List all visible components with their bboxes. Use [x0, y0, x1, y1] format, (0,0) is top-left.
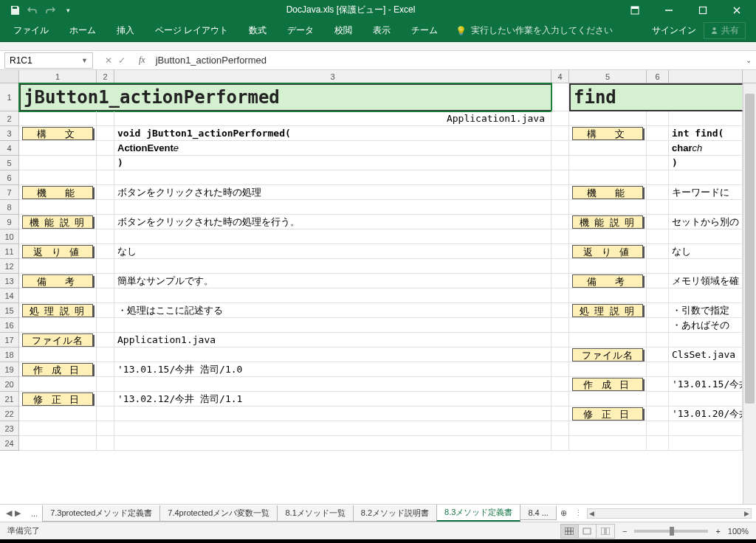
row-header[interactable]: 24	[0, 436, 18, 451]
note-text[interactable]: メモリ領域を確	[669, 274, 743, 288]
sheet-tab[interactable]: 8.1メソッド一覧	[277, 505, 353, 522]
updated-text[interactable]: '13.02.12/今井 浩司/1.1	[114, 392, 551, 407]
scrollbar-thumb[interactable]	[745, 94, 755, 404]
sheet-tab[interactable]: 7.3protectedメソッド定義書	[42, 505, 160, 522]
row-header[interactable]: 10	[0, 229, 18, 244]
sheet-tab-active[interactable]: 8.3メソッド定義書	[436, 505, 520, 522]
tab-page-layout[interactable]: ページ レイアウト	[145, 20, 238, 42]
row-header[interactable]: 7	[0, 185, 18, 200]
cell[interactable]	[647, 111, 669, 126]
row-header[interactable]: 21	[0, 392, 18, 407]
tab-data[interactable]: データ	[277, 20, 324, 42]
tab-splitter[interactable]: ⋮	[574, 508, 583, 518]
cell[interactable]	[551, 126, 569, 141]
cell[interactable]	[647, 126, 669, 141]
source-file-left[interactable]: Application1.java	[114, 111, 551, 126]
cell[interactable]	[551, 141, 569, 156]
row-header[interactable]: 19	[0, 362, 18, 377]
sign-in-link[interactable]: サインイン	[652, 24, 696, 37]
cell[interactable]	[647, 141, 669, 156]
created-text[interactable]: '13.01.15/今井	[669, 377, 743, 392]
zoom-out-button[interactable]: −	[622, 527, 627, 536]
col-header[interactable]: 3	[114, 70, 551, 83]
syntax-line[interactable]: ActionEvent e	[114, 141, 551, 156]
cell[interactable]	[551, 111, 569, 126]
fx-icon[interactable]: fx	[133, 55, 151, 66]
enter-icon[interactable]: ✓	[118, 55, 126, 66]
cell[interactable]	[669, 111, 743, 126]
col-header[interactable]: 4	[551, 70, 569, 83]
view-page-layout-icon[interactable]	[579, 525, 597, 538]
save-icon[interactable]	[9, 4, 21, 16]
syntax-line[interactable]: )	[669, 156, 743, 170]
chevron-down-icon[interactable]: ▼	[81, 57, 88, 64]
row-header[interactable]: 8	[0, 200, 18, 215]
col-header[interactable]: 5	[569, 70, 647, 83]
zoom-slider-thumb[interactable]	[670, 527, 674, 536]
created-text[interactable]: '13.01.15/今井 浩司/1.0	[114, 362, 551, 377]
col-header[interactable]	[669, 70, 743, 83]
function-text[interactable]: ボタンをクリックされた時の処理	[114, 185, 551, 200]
file-text[interactable]: ClsSet.java	[669, 347, 743, 362]
grid[interactable]: jButton1_actionPerformed find Applicatio…	[19, 83, 743, 504]
return-text[interactable]: なし	[669, 244, 743, 259]
cell[interactable]	[551, 156, 569, 170]
name-box[interactable]: R1C1 ▼	[4, 52, 93, 69]
qat-customize-icon[interactable]: ▾	[62, 4, 74, 16]
zoom-in-button[interactable]: +	[715, 527, 720, 536]
horizontal-scrollbar[interactable]: ◀ ▶	[587, 508, 752, 519]
cell[interactable]	[19, 141, 97, 156]
row-header[interactable]: 23	[0, 421, 18, 436]
row-header[interactable]: 15	[0, 303, 18, 318]
maximize-button[interactable]	[687, 0, 719, 20]
desc-text[interactable]: ボタンをクリックされた時の処理を行う。	[114, 215, 551, 229]
col-header[interactable]: 6	[647, 70, 669, 83]
method-title-left[interactable]: jButton1_actionPerformed	[19, 83, 551, 111]
desc-text[interactable]: セットから別の	[669, 215, 743, 229]
close-button[interactable]	[721, 0, 753, 20]
sheet-tab[interactable]: 8.2メソッド説明書	[353, 505, 437, 522]
syntax-line[interactable]: int find(	[669, 126, 743, 141]
ribbon-display-icon[interactable]	[619, 0, 651, 20]
worksheet[interactable]: 1 2 3 4 5 6 1 2 3 4 5 6 7 8 9 10 11 12 1…	[0, 70, 756, 504]
cell[interactable]	[19, 111, 97, 126]
tell-me-search[interactable]: 💡 実行したい作業を入力してください	[448, 24, 620, 37]
tab-review[interactable]: 校閲	[324, 20, 362, 42]
cell[interactable]	[569, 111, 647, 126]
cell[interactable]	[551, 83, 569, 111]
cell[interactable]	[647, 156, 669, 170]
select-all-button[interactable]	[0, 70, 19, 83]
col-header[interactable]: 2	[97, 70, 114, 83]
syntax-line[interactable]: void jButton1_actionPerformed(	[114, 126, 551, 141]
cell[interactable]	[569, 156, 647, 170]
row-header[interactable]: 5	[0, 156, 18, 170]
proc-text[interactable]: ・引数で指定	[669, 303, 743, 318]
vertical-scrollbar[interactable]	[743, 83, 756, 504]
file-text[interactable]: Application1.java	[114, 333, 551, 347]
row-header[interactable]: 22	[0, 407, 18, 421]
row-header[interactable]: 6	[0, 170, 18, 185]
syntax-line[interactable]: )	[114, 156, 551, 170]
tab-home[interactable]: ホーム	[59, 20, 106, 42]
row-header[interactable]: 18	[0, 347, 18, 362]
tab-insert[interactable]: 挿入	[106, 20, 145, 42]
minimize-button[interactable]	[653, 0, 685, 20]
tab-formulas[interactable]: 数式	[238, 20, 277, 42]
zoom-slider[interactable]	[634, 530, 708, 533]
sheet-tab[interactable]: 7.4protectedメンバ変数一覧	[159, 505, 278, 522]
tab-overflow-left[interactable]: ...	[27, 507, 42, 520]
cell[interactable]	[19, 156, 97, 170]
tab-nav-next-icon[interactable]: ▶	[15, 508, 21, 518]
row-header[interactable]: 1	[0, 83, 18, 111]
row-header[interactable]: 16	[0, 318, 18, 333]
share-button[interactable]: 共有	[704, 22, 746, 39]
row-header[interactable]: 20	[0, 377, 18, 392]
updated-text[interactable]: '13.01.20/今井	[669, 407, 743, 421]
row-header[interactable]: 12	[0, 259, 18, 274]
tab-nav-prev-icon[interactable]: ◀	[6, 508, 12, 518]
row-header[interactable]: 9	[0, 215, 18, 229]
tab-team[interactable]: チーム	[401, 20, 448, 42]
row-header[interactable]: 11	[0, 244, 18, 259]
view-page-break-icon[interactable]	[597, 525, 614, 538]
formula-input[interactable]: jButton1_actionPerformed	[151, 55, 741, 66]
